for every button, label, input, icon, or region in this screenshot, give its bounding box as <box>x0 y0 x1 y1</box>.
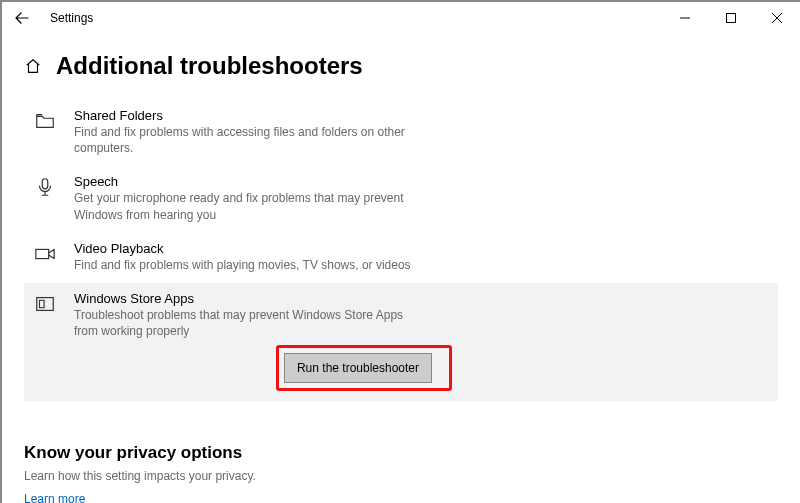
back-button[interactable] <box>8 4 36 32</box>
troubleshooter-item-speech[interactable]: Speech Get your microphone ready and fix… <box>24 166 778 232</box>
shared-folders-icon <box>34 108 58 156</box>
troubleshooter-desc: Find and fix problems with playing movie… <box>74 257 414 273</box>
run-troubleshooter-button[interactable]: Run the troubleshooter <box>284 353 432 383</box>
page-title: Additional troubleshooters <box>56 52 363 80</box>
window-title: Settings <box>50 11 93 25</box>
troubleshooter-item-windows-store-apps[interactable]: Windows Store Apps Troubleshoot problems… <box>24 283 778 401</box>
svg-rect-4 <box>40 300 45 307</box>
learn-more-link[interactable]: Learn more <box>24 492 85 503</box>
troubleshooter-title: Video Playback <box>74 241 768 256</box>
maximize-icon <box>726 13 736 23</box>
speech-icon <box>34 174 58 222</box>
window-controls <box>662 2 800 34</box>
troubleshooter-title: Speech <box>74 174 768 189</box>
svg-rect-1 <box>42 179 48 189</box>
privacy-desc: Learn how this setting impacts your priv… <box>24 469 778 483</box>
svg-rect-2 <box>36 249 49 258</box>
troubleshooter-list: Shared Folders Find and fix problems wit… <box>24 100 778 401</box>
privacy-section: Know your privacy options Learn how this… <box>24 443 778 503</box>
troubleshooter-desc: Find and fix problems with accessing fil… <box>74 124 414 156</box>
troubleshooter-desc: Troubleshoot problems that may prevent W… <box>74 307 414 339</box>
minimize-icon <box>680 13 690 23</box>
close-button[interactable] <box>754 2 800 34</box>
minimize-button[interactable] <box>662 2 708 34</box>
troubleshooter-desc: Get your microphone ready and fix proble… <box>74 190 414 222</box>
video-playback-icon <box>34 241 58 273</box>
troubleshooter-item-video-playback[interactable]: Video Playback Find and fix problems wit… <box>24 233 778 283</box>
maximize-button[interactable] <box>708 2 754 34</box>
troubleshooter-title: Shared Folders <box>74 108 768 123</box>
troubleshooter-title: Windows Store Apps <box>74 291 768 306</box>
arrow-left-icon <box>14 10 30 26</box>
titlebar: Settings <box>2 2 800 34</box>
troubleshooter-item-shared-folders[interactable]: Shared Folders Find and fix problems wit… <box>24 100 778 166</box>
privacy-heading: Know your privacy options <box>24 443 778 463</box>
windows-store-apps-icon <box>34 291 58 383</box>
page-content: Additional troubleshooters Shared Folder… <box>2 34 800 503</box>
run-troubleshooter-highlight: Run the troubleshooter <box>284 353 444 383</box>
svg-rect-0 <box>727 14 736 23</box>
close-icon <box>772 13 782 23</box>
home-icon[interactable] <box>24 57 42 75</box>
page-header: Additional troubleshooters <box>24 52 778 80</box>
